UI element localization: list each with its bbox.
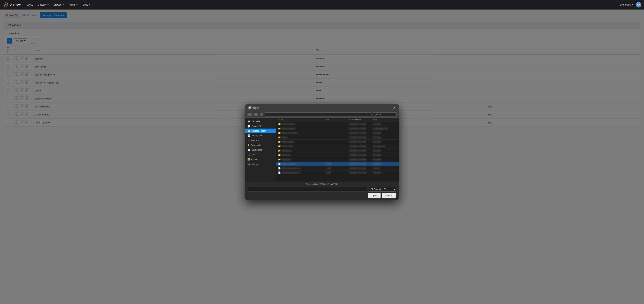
dialog-filelist: Name Size Date modified Type 📁 airflow v… — [276, 118, 399, 129]
brand-name: Airflow — [10, 3, 20, 7]
nav-items: DAGs Security ▼ Browse ▼ Admin ▼ Docs ▼ — [25, 2, 620, 7]
file-row[interactable]: 📁 airflow variables 9/12/2022 11:04 AM F… — [276, 122, 399, 126]
file-row[interactable]: 📁 airflow-variables 9/12/2022 11:04 AM C… — [276, 126, 399, 129]
chrome-logo-icon — [248, 106, 252, 110]
security-caret-icon: ▼ — [47, 4, 49, 6]
browse-caret-icon: ▼ — [62, 4, 64, 6]
time-display[interactable]: 19:03 UTC ▼ — [620, 3, 634, 6]
navbar: Airflow DAGs Security ▼ Browse ▼ Admin ▼… — [0, 0, 644, 9]
dialog-title-text: Open — [253, 106, 259, 109]
dialog-up-button[interactable]: ↑ — [260, 113, 264, 116]
brand[interactable]: Airflow — [3, 2, 20, 8]
dialog-back-button[interactable]: ← — [248, 113, 252, 116]
filelist-header: Name Size Date modified Type — [276, 118, 399, 122]
docs-caret-icon: ▼ — [89, 4, 90, 6]
dialog-search-input[interactable] — [373, 112, 396, 117]
folder-icon: 📁 — [278, 123, 281, 125]
folder-icon: 🕐 — [248, 125, 250, 128]
dialog-titlebar: Open ✕ — [245, 104, 399, 111]
dialog-path-input[interactable] — [265, 112, 372, 117]
nav-docs[interactable]: Docs ▼ — [80, 2, 92, 7]
navbar-right: 19:03 UTC ▼ AA — [620, 2, 641, 7]
sidebar-item-recent[interactable]: 🕐 Recent Files — [245, 124, 276, 129]
user-avatar[interactable]: AA — [636, 2, 641, 7]
sidebar-item-favorites[interactable]: 📁 Favorites — [245, 119, 276, 124]
admin-caret-icon: ▼ — [76, 4, 78, 6]
sidebar-item-desktop-team[interactable]: 📁 Desktop - Team — [245, 129, 276, 129]
folder-icon: 📁 — [278, 127, 281, 129]
nav-browse[interactable]: Browse ▼ — [52, 2, 66, 7]
dialog-body: 📁 Favorites 🕐 Recent Files 📁 Desktop - T… — [245, 118, 399, 129]
airflow-logo-icon — [3, 2, 9, 8]
dialog-toolbar: ← → ↑ — [245, 111, 399, 118]
time-caret-icon: ▼ — [632, 3, 634, 6]
dialog-close-button[interactable]: ✕ — [392, 106, 396, 110]
dialog-title-left: Open — [248, 106, 259, 110]
nav-dags[interactable]: DAGs — [25, 2, 35, 7]
folder-icon: 📁 — [248, 120, 250, 123]
dialog-sidebar: 📁 Favorites 🕐 Recent Files 📁 Desktop - T… — [245, 118, 276, 129]
nav-security[interactable]: Security ▼ — [36, 2, 51, 7]
dialog-forward-button[interactable]: → — [254, 113, 258, 116]
file-open-dialog: Open ✕ ← → ↑ 📁 Favorites 🕐 Recent Files … — [245, 104, 399, 129]
nav-admin[interactable]: Admin ▼ — [66, 2, 80, 7]
svg-point-7 — [249, 107, 250, 109]
